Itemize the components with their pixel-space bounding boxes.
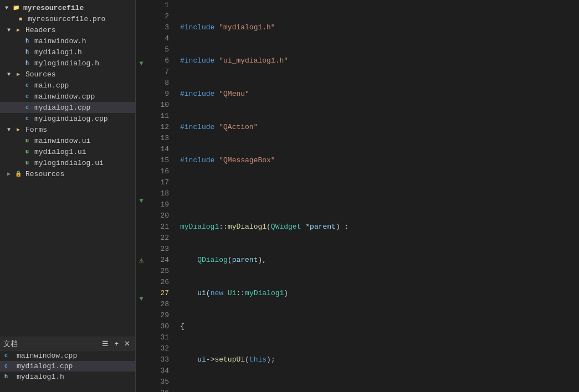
gutter-22 bbox=[136, 206, 147, 216]
bottom-panel-menu-btn[interactable]: ☰ bbox=[100, 339, 110, 348]
bottom-cpp-icon-2: c bbox=[4, 363, 14, 369]
bottom-item-mydialog1-h[interactable]: h mydialog1.h bbox=[0, 372, 135, 382]
resources-group[interactable]: ▶ 🔒 Resources bbox=[0, 168, 135, 179]
gutter-12 bbox=[136, 108, 147, 118]
header-mydialog1-h[interactable]: h mydialog1.h bbox=[0, 47, 135, 58]
gutter-24 bbox=[136, 225, 147, 235]
bottom-panel-add-btn[interactable]: + bbox=[112, 339, 120, 348]
gutter-8 bbox=[136, 69, 147, 79]
project-expand-arrow: ▼ bbox=[2, 5, 11, 11]
bottom-item-mainwindow-cpp[interactable]: c mainwindow.cpp bbox=[0, 350, 135, 361]
source-main-cpp[interactable]: c main.cpp bbox=[0, 80, 135, 91]
ln-36: 36 bbox=[147, 388, 169, 392]
ln-15: 15 bbox=[147, 155, 169, 166]
code-line-2: #include "ui_mydialog1.h" bbox=[180, 55, 579, 66]
ln-4: 4 bbox=[147, 33, 169, 44]
ln-29: 29 bbox=[147, 310, 169, 321]
gutter-39 bbox=[136, 373, 147, 383]
cpp-icon-2: c bbox=[22, 92, 32, 101]
ui-icon-1: u bbox=[22, 136, 32, 145]
gutter-7: ▼ bbox=[136, 59, 147, 69]
gutter-21: ▼ bbox=[136, 196, 147, 206]
code-area[interactable]: #include "mydialog1.h" #include "ui_mydi… bbox=[175, 0, 579, 392]
headers-group[interactable]: ▼ ▶ Headers bbox=[0, 24, 135, 35]
bottom-cpp-icon-1: c bbox=[4, 353, 14, 359]
ln-31: 31 bbox=[147, 332, 169, 343]
editor: ▼ ▼ ⚠ bbox=[136, 0, 579, 392]
ln-13: 13 bbox=[147, 133, 169, 144]
bottom-panel-title: 文档 bbox=[3, 339, 18, 349]
fold-arrow-7: ▼ bbox=[139, 60, 143, 68]
source-mydialog1-cpp-label: mydialog1.cpp bbox=[34, 104, 90, 112]
bottom-item-mydialog1-cpp[interactable]: c mydialog1.cpp bbox=[0, 361, 135, 372]
h-icon-3: h bbox=[22, 59, 32, 68]
ui-icon-2: u bbox=[22, 147, 32, 156]
forms-group[interactable]: ▼ ▶ Forms bbox=[0, 124, 135, 135]
editor-content[interactable]: ▼ ▼ ⚠ bbox=[136, 0, 579, 392]
header-mainwindow-h[interactable]: h mainwindow.h bbox=[0, 35, 135, 47]
gutter-29 bbox=[136, 275, 147, 285]
form-mydialog1-ui[interactable]: u mydialog1.ui bbox=[0, 146, 135, 157]
gutter-28 bbox=[136, 265, 147, 275]
ln-32: 32 bbox=[147, 343, 169, 354]
ln-23: 23 bbox=[147, 244, 169, 255]
gutter-30 bbox=[136, 284, 147, 294]
pro-file-item[interactable]: ■ myresourcefile.pro bbox=[0, 13, 135, 24]
code-line-3: #include "QMenu" bbox=[180, 89, 579, 100]
source-mydialog1-cpp[interactable]: c mydialog1.cpp bbox=[0, 102, 135, 113]
warning-icon-27: ⚠ bbox=[139, 255, 144, 265]
forms-arrow: ▼ bbox=[4, 127, 13, 133]
sources-label: Sources bbox=[25, 70, 56, 79]
fold-arrow-31: ▼ bbox=[139, 295, 143, 303]
ln-6: 6 bbox=[147, 55, 169, 66]
code-line-6 bbox=[180, 188, 579, 199]
bottom-item-mainwindow-label: mainwindow.cpp bbox=[17, 352, 77, 360]
project-icon: 📁 bbox=[11, 3, 21, 12]
ln-5: 5 bbox=[147, 44, 169, 55]
ln-30: 30 bbox=[147, 321, 169, 332]
project-root[interactable]: ▼ 📁 myresourcefile bbox=[0, 2, 135, 13]
bottom-item-mydialog1-h-label: mydialog1.h bbox=[17, 373, 64, 381]
cpp-icon-3: c bbox=[22, 103, 32, 112]
bottom-item-mydialog1-cpp-label: mydialog1.cpp bbox=[17, 362, 73, 370]
resources-icon: 🔒 bbox=[13, 169, 23, 178]
gutter-17 bbox=[136, 157, 147, 167]
gutter-19 bbox=[136, 177, 147, 187]
gutter-35 bbox=[136, 333, 147, 343]
ln-28: 28 bbox=[147, 299, 169, 310]
gutter-2 bbox=[136, 10, 147, 20]
source-mylogindialog-cpp-label: mylogindialog.cpp bbox=[34, 115, 108, 123]
gutter-20 bbox=[136, 186, 147, 196]
resources-arrow: ▶ bbox=[4, 171, 13, 177]
ln-18: 18 bbox=[147, 188, 169, 199]
ln-2: 2 bbox=[147, 11, 169, 22]
ln-16: 16 bbox=[147, 166, 169, 177]
ln-34: 34 bbox=[147, 365, 169, 376]
gutter-1 bbox=[136, 0, 147, 10]
ln-12: 12 bbox=[147, 122, 169, 133]
bottom-panel-header: 文档 ☰ + ✕ bbox=[0, 337, 135, 350]
ln-11: 11 bbox=[147, 111, 169, 122]
source-mylogindialog-cpp[interactable]: c mylogindialog.cpp bbox=[0, 113, 135, 124]
line-numbers: 1 2 3 4 5 6 7 8 9 10 11 12 13 14 15 16 1… bbox=[147, 0, 175, 392]
cpp-icon-4: c bbox=[22, 114, 32, 123]
ln-14: 14 bbox=[147, 144, 169, 155]
ln-9: 9 bbox=[147, 89, 169, 100]
form-mainwindow-ui[interactable]: u mainwindow.ui bbox=[0, 135, 135, 146]
gutter-14 bbox=[136, 127, 147, 137]
ln-24: 24 bbox=[147, 255, 169, 266]
gutter-15 bbox=[136, 137, 147, 147]
pro-file-icon: ■ bbox=[16, 14, 25, 23]
sources-folder-icon: ▶ bbox=[13, 70, 23, 79]
gutter-37 bbox=[136, 353, 147, 363]
project-name: myresourcefile bbox=[23, 4, 84, 12]
gutter-18 bbox=[136, 167, 147, 177]
ln-8: 8 bbox=[147, 78, 169, 89]
code-line-11: ui->setupUi(this); bbox=[180, 354, 579, 365]
source-mainwindow-cpp[interactable]: c mainwindow.cpp bbox=[0, 91, 135, 102]
header-mylogindialog-h[interactable]: h mylogindialog.h bbox=[0, 58, 135, 69]
sources-group[interactable]: ▼ ▶ Sources bbox=[0, 69, 135, 80]
form-mylogindialog-ui[interactable]: u mylogindialog.ui bbox=[0, 157, 135, 168]
bottom-panel-close-btn[interactable]: ✕ bbox=[122, 339, 132, 348]
header-mylogindialog-h-label: mylogindialog.h bbox=[34, 59, 99, 68]
